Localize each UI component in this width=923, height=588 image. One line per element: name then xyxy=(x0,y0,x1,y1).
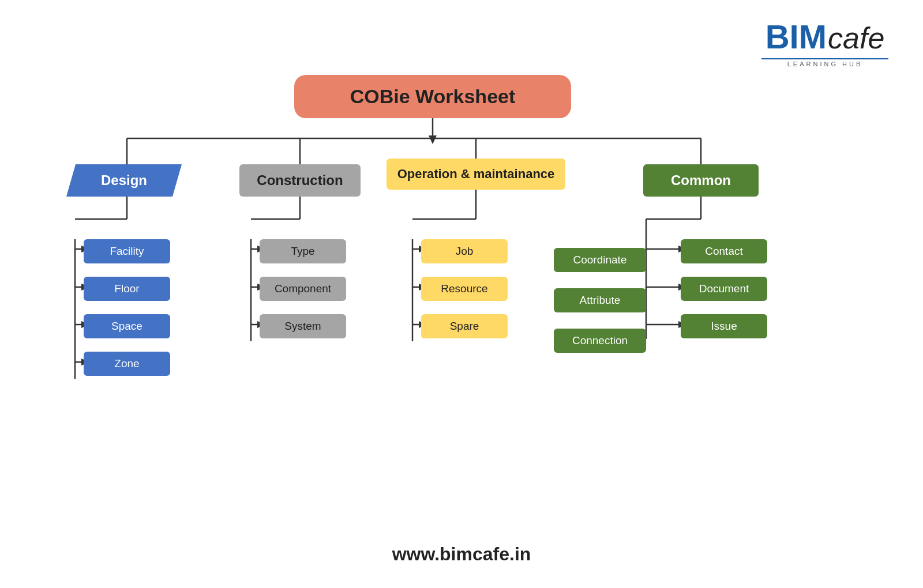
logo-cafe: cafe xyxy=(828,21,884,55)
floor-label: Floor xyxy=(114,282,139,295)
type-node: Type xyxy=(260,239,346,263)
job-node: Job xyxy=(421,239,508,263)
website-footer: www.bimcafe.in xyxy=(392,544,531,565)
zone-node: Zone xyxy=(84,352,170,376)
operation-label: Operation & maintainance xyxy=(397,167,555,182)
document-node: Document xyxy=(681,277,767,301)
resource-node: Resource xyxy=(421,277,508,301)
spare-label: Spare xyxy=(450,320,479,333)
design-label: Design xyxy=(101,172,147,189)
space-label: Space xyxy=(111,320,142,333)
type-label: Type xyxy=(291,245,314,258)
document-label: Document xyxy=(699,282,749,295)
space-node: Space xyxy=(84,314,170,338)
facility-label: Facility xyxy=(110,245,144,258)
logo: BIM cafe LEARNING HUB xyxy=(761,17,888,67)
svg-line-38 xyxy=(646,249,681,258)
coordinate-node: Coordinate xyxy=(554,248,646,272)
contact-node: Contact xyxy=(681,239,767,263)
job-label: Job xyxy=(456,245,474,258)
issue-node: Issue xyxy=(681,314,767,338)
system-label: System xyxy=(284,320,321,333)
common-category-node: Common xyxy=(643,164,759,197)
issue-label: Issue xyxy=(711,320,737,333)
common-label: Common xyxy=(671,172,731,189)
contact-label: Contact xyxy=(705,245,742,258)
system-node: System xyxy=(260,314,346,338)
component-node: Component xyxy=(260,277,346,301)
floor-node: Floor xyxy=(84,277,170,301)
resource-label: Resource xyxy=(441,282,487,295)
zone-label: Zone xyxy=(114,357,139,370)
cobie-root-node: COBie Worksheet xyxy=(294,75,571,118)
operation-category-node: Operation & maintainance xyxy=(387,159,565,190)
construction-label: Construction xyxy=(257,172,343,189)
design-category-node: Design xyxy=(66,164,182,197)
facility-node: Facility xyxy=(84,239,170,263)
logo-subtitle: LEARNING HUB xyxy=(787,61,863,67)
logo-bim: BIM xyxy=(766,17,827,56)
diagram-container: COBie Worksheet Design Construction Oper… xyxy=(35,69,888,519)
attribute-label: Attribute xyxy=(580,294,621,307)
page: BIM cafe LEARNING HUB xyxy=(0,0,923,588)
attribute-node: Attribute xyxy=(554,288,646,312)
coordinate-label: Coordinate xyxy=(573,254,627,266)
connection-label: Connection xyxy=(572,334,628,347)
spare-node: Spare xyxy=(421,314,508,338)
component-label: Component xyxy=(275,282,331,295)
logo-line xyxy=(761,58,888,59)
connection-node: Connection xyxy=(554,329,646,353)
website-label: www.bimcafe.in xyxy=(392,544,531,564)
svg-marker-6 xyxy=(429,135,437,144)
construction-category-node: Construction xyxy=(239,164,361,197)
cobie-label: COBie Worksheet xyxy=(350,85,516,108)
